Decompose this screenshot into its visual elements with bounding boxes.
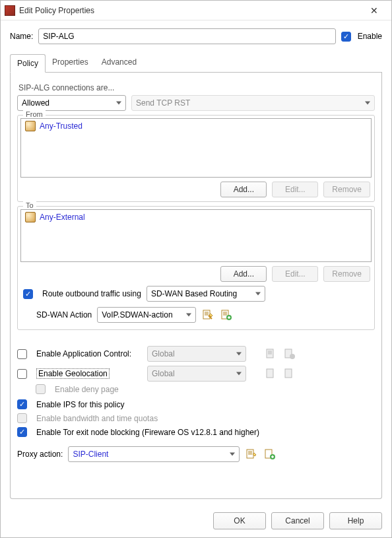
tab-policy[interactable]: Policy bbox=[10, 54, 46, 73]
quotas-label: Enable bandwidth and time quotas bbox=[36, 414, 158, 423]
disposition-select[interactable]: Allowed bbox=[17, 95, 126, 111]
tcp-rst-select[interactable]: Send TCP RST bbox=[131, 95, 375, 111]
cancel-button[interactable]: Cancel bbox=[271, 512, 324, 529]
app-control-label: Enable Application Control: bbox=[36, 349, 142, 358]
enable-label: Enable bbox=[358, 32, 382, 41]
tab-page-policy: SIP-ALG connections are... Allowed Send … bbox=[10, 73, 382, 499]
svg-point-5 bbox=[290, 354, 295, 359]
name-input[interactable] bbox=[38, 28, 335, 44]
proxy-action-label: Proxy action: bbox=[17, 450, 63, 459]
deny-page-label: Enable deny page bbox=[55, 385, 119, 394]
window-title: Edit Policy Properties bbox=[19, 6, 361, 15]
enable-checkbox[interactable] bbox=[341, 32, 351, 42]
proxy-action-select[interactable]: SIP-Client bbox=[68, 446, 240, 462]
geolocation-edit-button bbox=[265, 367, 278, 380]
proxy-action-edit-button[interactable] bbox=[245, 448, 258, 461]
to-remove-button: Remove bbox=[323, 266, 370, 282]
from-listbox[interactable]: Any-Trusted bbox=[20, 118, 372, 178]
from-fieldset: From Any-Trusted Add... Edit... Remove bbox=[17, 115, 375, 202]
geolocation-label: Enable Geolocation bbox=[36, 368, 110, 379]
edit-icon bbox=[266, 349, 277, 359]
app-control-edit-button bbox=[265, 347, 278, 360]
tabstrip: Policy Properties Advanced bbox=[10, 53, 382, 73]
dialog-footer: OK Cancel Help bbox=[1, 506, 391, 537]
route-outbound-label: Route outbound traffic using bbox=[42, 289, 141, 298]
app-control-checkbox[interactable] bbox=[17, 349, 27, 359]
sdwan-action-edit-button[interactable] bbox=[201, 308, 214, 321]
close-icon: ✕ bbox=[370, 5, 378, 16]
to-edit-button: Edit... bbox=[272, 266, 318, 282]
alias-icon bbox=[25, 121, 36, 131]
add-icon bbox=[265, 449, 275, 459]
proxy-action-add-button[interactable] bbox=[263, 448, 277, 461]
ok-button[interactable]: OK bbox=[213, 512, 266, 529]
tor-checkbox[interactable] bbox=[17, 427, 27, 437]
titlebar: Edit Policy Properties ✕ bbox=[1, 1, 391, 20]
help-button[interactable]: Help bbox=[329, 512, 382, 529]
list-item-label: Any-Trusted bbox=[40, 121, 82, 131]
add-icon bbox=[284, 349, 295, 359]
deny-page-checkbox bbox=[36, 384, 46, 394]
app-control-select: Global bbox=[147, 346, 246, 362]
svg-rect-6 bbox=[267, 369, 273, 378]
svg-rect-7 bbox=[285, 369, 292, 378]
to-listbox[interactable]: Any-External bbox=[20, 209, 372, 262]
route-outbound-checkbox[interactable] bbox=[23, 289, 33, 299]
list-item[interactable]: Any-External bbox=[21, 210, 371, 224]
close-button[interactable]: ✕ bbox=[361, 1, 387, 20]
route-outbound-select[interactable]: SD-WAN Based Routing bbox=[147, 286, 265, 302]
geolocation-add-button bbox=[283, 367, 296, 380]
list-item[interactable]: Any-Trusted bbox=[21, 119, 371, 133]
sdwan-action-label: SD-WAN Action bbox=[36, 310, 92, 319]
to-fieldset: To Any-External Add... Edit... Remove Ro… bbox=[17, 206, 375, 330]
ips-checkbox[interactable] bbox=[17, 399, 27, 409]
from-remove-button: Remove bbox=[323, 182, 370, 197]
sdwan-action-select[interactable]: VoIP.SDWAN-action bbox=[97, 307, 196, 323]
edit-icon bbox=[203, 310, 213, 320]
add-icon bbox=[284, 368, 295, 379]
edit-icon bbox=[266, 368, 277, 379]
ips-label: Enable IPS for this policy bbox=[36, 400, 124, 409]
list-item-label: Any-External bbox=[40, 213, 85, 222]
to-legend: To bbox=[23, 201, 36, 209]
dialog-window: Edit Policy Properties ✕ Name: Enable Po… bbox=[0, 0, 392, 538]
tab-properties[interactable]: Properties bbox=[46, 53, 95, 72]
from-add-button[interactable]: Add... bbox=[220, 182, 267, 197]
quotas-checkbox bbox=[17, 413, 27, 423]
alias-icon bbox=[25, 212, 36, 222]
to-add-button[interactable]: Add... bbox=[220, 266, 267, 282]
sdwan-action-add-button[interactable] bbox=[220, 308, 233, 321]
from-legend: From bbox=[23, 110, 46, 118]
geolocation-checkbox[interactable] bbox=[17, 369, 27, 379]
tor-label: Enable Tor exit node blocking (Fireware … bbox=[36, 428, 259, 437]
geolocation-select: Global bbox=[147, 366, 246, 382]
app-control-add-button bbox=[283, 347, 296, 360]
tab-advanced[interactable]: Advanced bbox=[95, 53, 143, 72]
name-label: Name: bbox=[10, 32, 33, 41]
app-icon bbox=[5, 5, 15, 16]
connections-description: SIP-ALG connections are... bbox=[18, 83, 375, 92]
add-icon bbox=[221, 310, 232, 320]
edit-icon bbox=[246, 449, 257, 459]
from-edit-button: Edit... bbox=[272, 182, 318, 197]
